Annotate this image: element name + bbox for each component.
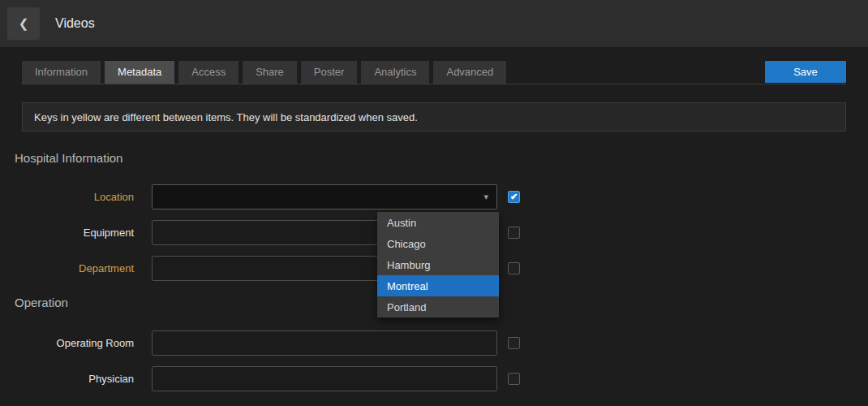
department-checkbox[interactable] <box>508 262 520 274</box>
location-label: Location <box>0 191 134 203</box>
page-title: Videos <box>55 16 95 31</box>
tab-metadata[interactable]: Metadata <box>105 61 174 84</box>
dropdown-option-chicago[interactable]: Chicago <box>377 233 499 254</box>
operating-room-label: Operating Room <box>0 337 134 349</box>
field-row-physician: Physician <box>0 366 868 391</box>
tab-access[interactable]: Access <box>178 61 238 84</box>
save-button[interactable]: Save <box>765 61 846 83</box>
check-icon: ✔ <box>510 192 518 202</box>
dropdown-option-montreal[interactable]: Montreal <box>377 275 499 296</box>
location-select[interactable]: ▾ <box>152 184 497 209</box>
notice-banner: Keys in yellow are different between ite… <box>22 102 846 132</box>
department-label: Department <box>0 262 134 274</box>
physician-label: Physician <box>0 373 134 385</box>
tab-analytics[interactable]: Analytics <box>361 61 429 84</box>
back-button[interactable]: ❮ <box>7 7 40 40</box>
chevron-down-icon: ▾ <box>483 192 488 202</box>
dropdown-option-portland[interactable]: Portland <box>377 296 499 317</box>
dropdown-option-austin[interactable]: Austin <box>377 212 499 233</box>
equipment-label: Equipment <box>0 227 134 239</box>
tab-bar: Information Metadata Access Share Poster… <box>22 61 846 84</box>
section-title-hospital-information: Hospital Information <box>15 151 868 165</box>
operation-form: Operating Room Physician <box>0 330 868 391</box>
header: ❮ Videos <box>0 0 868 47</box>
field-row-operating-room: Operating Room <box>0 330 868 356</box>
location-dropdown-menu: Austin Chicago Hamburg Montreal Portland <box>377 212 499 317</box>
tab-poster[interactable]: Poster <box>301 61 358 84</box>
operating-room-input[interactable] <box>152 330 497 356</box>
field-row-location: Location ▾ ✔ <box>0 184 868 209</box>
dropdown-option-hamburg[interactable]: Hamburg <box>377 254 499 275</box>
tab-advanced[interactable]: Advanced <box>433 61 506 84</box>
tab-share[interactable]: Share <box>243 61 297 84</box>
physician-input[interactable] <box>152 366 497 391</box>
tab-information[interactable]: Information <box>22 61 101 84</box>
chevron-left-icon: ❮ <box>19 16 29 31</box>
location-checkbox[interactable]: ✔ <box>508 191 520 203</box>
equipment-checkbox[interactable] <box>508 227 520 239</box>
physician-checkbox[interactable] <box>508 373 520 385</box>
operating-room-checkbox[interactable] <box>508 337 520 349</box>
